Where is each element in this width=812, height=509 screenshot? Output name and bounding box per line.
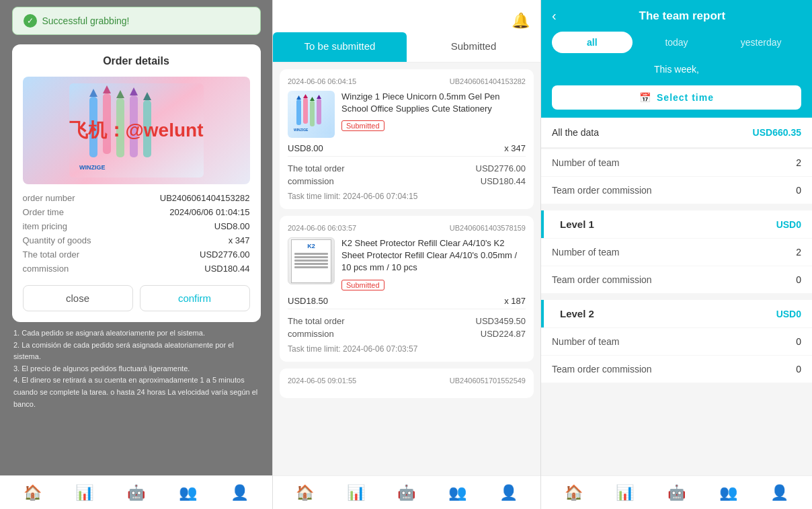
order-product-2: K2 K2 Sheet Protector Refill Clear A4/10…	[288, 237, 526, 290]
svg-text:WINZIGE: WINZIGE	[294, 128, 309, 132]
all-data-value: USD660.35	[753, 127, 801, 138]
value-num-team-l2: 0	[796, 336, 801, 347]
order-card-2: 2024-06-06 06:03:57 UB2406061403578159 K…	[280, 216, 534, 362]
order-date-2: 2024-06-06 06:03:57	[288, 224, 356, 232]
total-row-1: The total order USD2776.00	[288, 162, 526, 175]
total-value-1: USD2776.00	[476, 163, 526, 173]
nav-home-icon-m[interactable]: 🏠	[289, 481, 321, 504]
level-stat-row-commission-top: Team order commission 0	[541, 176, 812, 204]
value-num-team-top: 2	[796, 157, 801, 168]
nav-chart-icon[interactable]: 📊	[69, 481, 100, 504]
price-qty-row-1: USD8.00 x 347	[288, 143, 526, 153]
select-time-label: Select time	[657, 92, 714, 103]
nav-team-icon[interactable]: 👥	[172, 481, 204, 504]
select-time-button[interactable]: 📅 Select time	[552, 85, 801, 110]
filter-yesterday[interactable]: yesterday	[721, 32, 801, 53]
nav-bot-icon-m[interactable]: 🤖	[391, 481, 422, 504]
tab-to-be-submitted[interactable]: To be submitted	[273, 32, 407, 62]
order-details-card: Order details	[12, 44, 261, 322]
level-1-value: USD0	[776, 219, 801, 230]
tab-submitted[interactable]: Submitted	[407, 32, 540, 62]
filter-today[interactable]: today	[637, 32, 717, 53]
commission-label-2: commission	[288, 329, 334, 339]
tab-row: To be submitted Submitted	[273, 32, 540, 63]
nav-bot-icon[interactable]: 🤖	[120, 481, 152, 504]
filter-all[interactable]: all	[552, 32, 633, 53]
order-date-1: 2024-06-06 06:04:15	[288, 77, 356, 85]
price-1: USD8.00	[288, 143, 323, 153]
value-item-pricing: USD8.00	[214, 221, 250, 231]
svg-rect-14	[303, 98, 308, 124]
k2-logo: K2	[294, 243, 328, 249]
product-info-2: K2 Sheet Protector Refill Clear A4/10's …	[341, 237, 526, 290]
order-card-1: 2024-06-06 06:04:15 UB2406061404153282	[280, 69, 534, 209]
footer-note-2: 2. La comisión de cada pedido será asign…	[13, 340, 259, 363]
filter-row2: This week,	[552, 58, 801, 80]
level-1-stat-commission: Team order commission 0	[541, 266, 812, 293]
panel-order-details: ✓ Successful grabbing! Order details	[0, 0, 272, 509]
nav-team-icon-m[interactable]: 👥	[442, 481, 473, 504]
product-svg: WINZIGE	[69, 83, 204, 178]
task-time-value-1: 2024-06-06 07:04:15	[343, 192, 417, 201]
all-data-label: All the data	[552, 127, 599, 138]
order-info-row: order number UB2406061404153282	[23, 191, 250, 205]
order-info-row: Quantity of goods x 347	[23, 233, 250, 247]
order-info-table: order number UB2406061404153282 Order ti…	[23, 191, 250, 276]
label-commission-l1: Team order commission	[552, 274, 652, 285]
value-num-team-l1: 2	[796, 247, 801, 258]
commission-row-2: commission USD224.87	[288, 327, 526, 340]
value-commission-top: 0	[796, 185, 801, 196]
qty-1: x 347	[504, 143, 526, 153]
value-quantity: x 347	[229, 235, 250, 245]
pen-thumb-svg: WINZIGE	[291, 94, 331, 134]
submitted-badge-2: Submitted	[341, 280, 384, 290]
task-time-2: Task time limit: 2024-06-06 07:03:57	[288, 344, 526, 354]
label-num-team-l2: Number of team	[552, 336, 619, 347]
level-2-stat-num-team: Number of team 0	[541, 327, 812, 355]
level-1-header: Level 1 USD0	[541, 210, 812, 238]
nav-profile-icon[interactable]: 👤	[224, 481, 255, 504]
panel-order-list: 🔔 To be submitted Submitted 2024-06-06 0…	[272, 0, 541, 509]
close-button[interactable]: close	[23, 285, 133, 311]
order-id-1: UB2406061404153282	[450, 77, 526, 85]
this-week-button[interactable]: This week,	[627, 58, 726, 80]
svg-rect-15	[310, 101, 315, 126]
paper-line-4	[294, 263, 328, 265]
team-filter-section: all today yesterday This week, 📅 Select …	[541, 32, 812, 118]
svg-rect-13	[296, 100, 301, 125]
calendar-icon: 📅	[639, 92, 651, 103]
nav-home-icon-r[interactable]: 🏠	[558, 481, 590, 504]
bell-icon[interactable]: 🔔	[512, 12, 530, 30]
task-time-label-1: Task time limit:	[288, 192, 341, 201]
paper-line-3	[294, 260, 328, 262]
nav-profile-icon-r[interactable]: 👤	[764, 481, 795, 504]
nav-team-icon-r[interactable]: 👥	[713, 481, 744, 504]
footer-note-3: 3. El precio de algunos pedidos fluctuar…	[13, 363, 259, 375]
nav-bot-icon-r[interactable]: 🤖	[661, 481, 692, 504]
product-thumb-1: WINZIGE	[288, 91, 335, 138]
product-info-1: Winzige 1 Piece Unicorn 0.5mm Gel Pen Sc…	[341, 91, 526, 138]
nav-chart-icon-r[interactable]: 📊	[609, 481, 641, 504]
value-order-number: UB2406061404153282	[160, 193, 250, 203]
nav-home-icon[interactable]: 🏠	[17, 481, 48, 504]
panel-left-footer: 1. Cada pedido se asignará aleatoriament…	[0, 322, 272, 416]
svg-rect-1	[89, 97, 97, 157]
nav-profile-icon-m[interactable]: 👤	[493, 481, 524, 504]
product-name-1: Winzige 1 Piece Unicorn 0.5mm Gel Pen Sc…	[341, 91, 526, 115]
nav-chart-icon-m[interactable]: 📊	[340, 481, 372, 504]
team-header: ‹ The team report	[541, 0, 812, 32]
value-order-time: 2024/06/06 01:04:15	[169, 207, 249, 217]
level-section-top: Number of team 2 Team order commission 0	[541, 148, 812, 204]
confirm-button[interactable]: confirm	[140, 285, 250, 311]
success-icon: ✓	[24, 14, 37, 28]
footer-note-4: 4. El dinero se retirará a su cuenta en …	[13, 375, 259, 410]
label-order-time: Order time	[23, 207, 64, 217]
level-2-title: Level 2	[555, 308, 594, 319]
back-button[interactable]: ‹	[552, 8, 557, 24]
task-time-1: Task time limit: 2024-06-06 07:04:15	[288, 192, 526, 201]
order-card-header-1: 2024-06-06 06:04:15 UB2406061404153282	[288, 77, 526, 85]
level-2-header: Level 2 USD0	[541, 300, 812, 327]
value-commission: USD180.44	[204, 264, 249, 274]
commission-label-1: commission	[288, 176, 334, 186]
value-total-order: USD2776.00	[200, 249, 249, 260]
